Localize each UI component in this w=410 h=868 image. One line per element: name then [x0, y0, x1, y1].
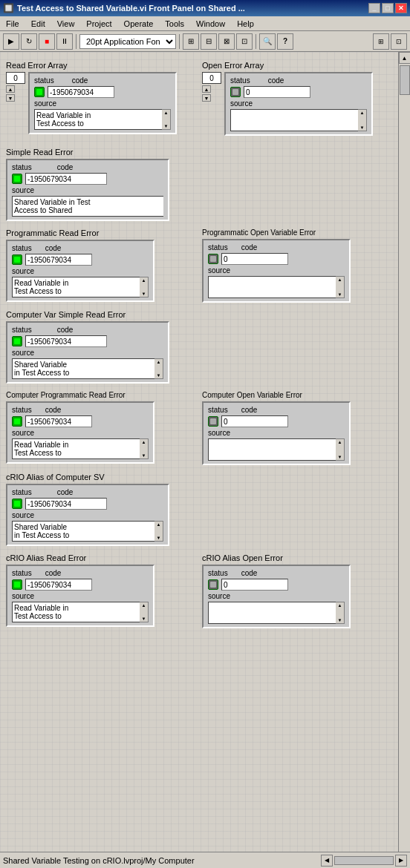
minimize-button[interactable]: _ [368, 3, 380, 13]
code-field-cpr[interactable]: -1950679034 [25, 415, 92, 427]
source-text-read[interactable]: Read Variable in Test Access to [34, 109, 162, 130]
scroll-thumb[interactable] [400, 65, 410, 95]
source-text-cpr[interactable]: Read Variable in Test Access to [12, 438, 140, 459]
menu-help[interactable]: Help [234, 18, 257, 30]
maximize-button[interactable]: □ [382, 3, 394, 13]
source-scroll-cao[interactable]: ▲ ▼ [336, 602, 345, 624]
title-buttons[interactable]: _ □ ✕ [368, 3, 407, 13]
source-text-prog-read[interactable]: Read Variable in Test Access to [12, 277, 140, 297]
help-button[interactable]: ? [277, 33, 293, 50]
menu-edit[interactable]: Edit [28, 18, 48, 30]
scroll-down-cvs[interactable]: ▼ [156, 372, 162, 378]
source-text-cas[interactable]: Shared Variable in Test Access to [12, 521, 154, 542]
code-label-simple: code [57, 163, 74, 171]
scroll-up-cov[interactable]: ▲ [337, 439, 343, 445]
scroll-right-button[interactable]: ▶ [395, 855, 407, 867]
source-text-cvs[interactable]: Shared Variable in Test Access to [12, 358, 154, 379]
extra-btn-1[interactable]: ⊞ [373, 33, 389, 50]
scroll-down-cov[interactable]: ▼ [337, 454, 343, 460]
code-field-prog-read[interactable]: -1950679034 [25, 254, 92, 266]
source-scroll-open[interactable]: ▲ ▼ [358, 109, 367, 131]
comp-open-var-cluster: status code 0 source [202, 401, 351, 465]
open-array-index[interactable]: 0 [202, 72, 221, 84]
code-label-read: code [72, 76, 88, 85]
array-scroll-down-read[interactable]: ▼ [6, 94, 15, 102]
scroll-up-prog-read[interactable]: ▲ [141, 277, 147, 283]
read-array-index[interactable]: 0 [6, 72, 25, 84]
source-text-cov[interactable] [208, 438, 336, 461]
run-button[interactable]: ▶ [3, 33, 19, 50]
scroll-down-prog-read[interactable]: ▼ [141, 291, 147, 297]
distribute-button[interactable]: ⊟ [201, 33, 217, 50]
source-scroll-prog-open[interactable]: ▲ ▼ [336, 276, 345, 298]
source-text-car[interactable]: Read Variable in Test Access to [12, 602, 140, 622]
code-field-prog-open[interactable]: 0 [221, 253, 288, 265]
close-button[interactable]: ✕ [395, 3, 407, 13]
status-label-simple: status [12, 163, 32, 171]
source-scroll-cpr[interactable]: ▲ ▼ [140, 438, 149, 459]
menu-tools[interactable]: Tools [162, 18, 187, 30]
align-button[interactable]: ⊞ [183, 33, 199, 50]
run-continuously-button[interactable]: ↻ [21, 33, 37, 50]
pause-button[interactable]: ⏸ [56, 33, 73, 50]
code-field-open[interactable]: 0 [244, 86, 310, 98]
source-text-simple[interactable]: Shared Variable in Test Access to Shared [12, 196, 163, 217]
scroll-up-cao[interactable]: ▲ [337, 602, 343, 608]
vertical-scrollbar[interactable]: ▲ [398, 52, 410, 852]
font-selector[interactable]: 20pt Application Font [79, 34, 176, 49]
scroll-down-cao[interactable]: ▼ [337, 617, 343, 623]
source-label-cpr: source [12, 429, 34, 437]
scroll-down-open[interactable]: ▼ [359, 125, 365, 131]
scroll-up-cas[interactable]: ▲ [156, 522, 162, 527]
scroll-down-car[interactable]: ▼ [141, 616, 147, 622]
source-label-cov: source [208, 429, 230, 437]
source-scroll-cvs[interactable]: ▲ ▼ [154, 358, 163, 379]
source-text-prog-open[interactable] [208, 276, 336, 298]
scroll-up-car[interactable]: ▲ [141, 602, 147, 608]
source-label-cas: source [12, 511, 34, 519]
array-scroll-up-open[interactable]: ▲ [202, 85, 211, 93]
source-scroll-car[interactable]: ▲ ▼ [140, 602, 149, 622]
scroll-up-read[interactable]: ▲ [163, 110, 169, 116]
menu-file[interactable]: File [3, 18, 22, 30]
source-scroll-prog-read[interactable]: ▲ ▼ [140, 277, 149, 297]
scroll-down-read[interactable]: ▼ [163, 123, 169, 129]
source-scroll-read[interactable]: ▲ ▼ [162, 109, 171, 130]
scroll-down-cas[interactable]: ▼ [156, 535, 162, 541]
extra-btn-2[interactable]: ⊡ [391, 33, 407, 50]
zoom-button[interactable]: 🔍 [259, 33, 276, 50]
source-text-cao[interactable] [208, 602, 336, 624]
scroll-up-cpr[interactable]: ▲ [141, 439, 147, 445]
abort-button[interactable]: ■ [39, 33, 55, 50]
menu-view[interactable]: View [54, 18, 78, 30]
status-light-cas [12, 499, 22, 509]
menu-operate[interactable]: Operate [121, 18, 157, 30]
code-field-cov[interactable]: 0 [221, 415, 288, 427]
scroll-down-prog-open[interactable]: ▼ [337, 292, 343, 297]
menu-window[interactable]: Window [193, 18, 228, 30]
scroll-up-prog-open[interactable]: ▲ [337, 277, 343, 283]
code-field-read[interactable]: -1950679034 [48, 86, 114, 98]
code-field-cas[interactable]: -1950679034 [25, 498, 107, 510]
scroll-up-open[interactable]: ▲ [359, 110, 365, 116]
code-field-simple[interactable]: -1950679034 [25, 173, 107, 185]
horizontal-scrollbar[interactable]: ◀ ▶ [321, 855, 407, 867]
scroll-up-cvs[interactable]: ▲ [156, 359, 162, 365]
horizontal-scroll-track[interactable] [334, 856, 394, 865]
array-scroll-up-read[interactable]: ▲ [6, 85, 15, 93]
scroll-down-cpr[interactable]: ▼ [141, 453, 147, 458]
resize-button[interactable]: ⊠ [218, 33, 235, 50]
code-field-cao[interactable]: 0 [221, 579, 288, 591]
reorder-button[interactable]: ⊡ [236, 33, 253, 50]
source-text-open[interactable] [230, 109, 358, 131]
source-scroll-cov[interactable]: ▲ ▼ [336, 438, 345, 461]
source-scroll-cas[interactable]: ▲ ▼ [154, 521, 163, 542]
toolbar: ▶ ↻ ■ ⏸ 20pt Application Font ⊞ ⊟ ⊠ ⊡ 🔍 … [0, 31, 410, 52]
scroll-up-button[interactable]: ▲ [399, 52, 411, 64]
panel-area: Read Error Array 0 ▲ ▼ status code [0, 52, 398, 852]
array-scroll-down-open[interactable]: ▼ [202, 94, 211, 102]
code-field-cvs[interactable]: -1950679034 [25, 335, 107, 347]
menu-project[interactable]: Project [83, 18, 114, 30]
code-field-car[interactable]: -1950679034 [25, 579, 92, 591]
scroll-left-button[interactable]: ◀ [321, 855, 333, 867]
